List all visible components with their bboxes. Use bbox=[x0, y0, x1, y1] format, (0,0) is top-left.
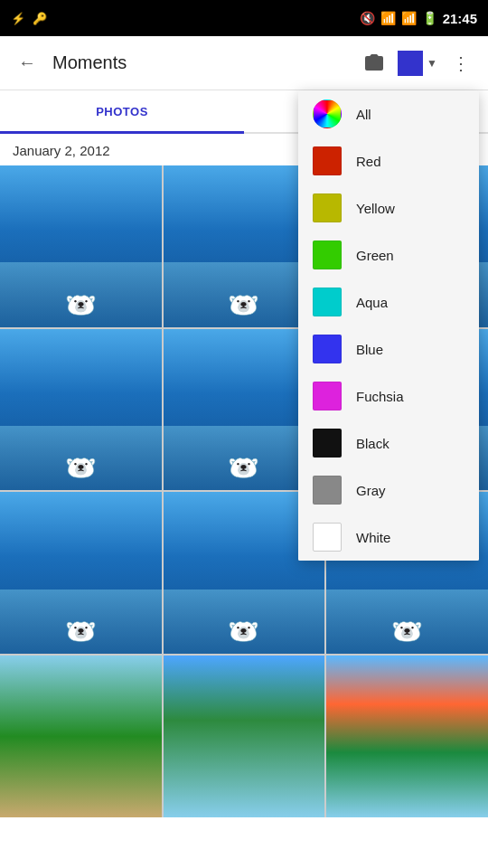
key-icon: 🔑 bbox=[33, 12, 47, 25]
color-option-gray[interactable]: Gray bbox=[298, 467, 479, 514]
usb-icon: ⚡ bbox=[11, 12, 25, 25]
color-label-aqua: Aqua bbox=[356, 295, 388, 310]
photo-cell[interactable] bbox=[326, 656, 488, 817]
color-option-blue[interactable]: Blue bbox=[298, 326, 479, 373]
color-swatch-all bbox=[313, 99, 342, 128]
color-swatch-gray bbox=[313, 476, 342, 505]
color-swatch-black bbox=[313, 429, 342, 458]
color-label-red: Red bbox=[356, 154, 381, 169]
color-option-yellow[interactable]: Yellow bbox=[298, 184, 479, 231]
color-filter-dropdown: All Red Yellow Green Aqua Blue Fuchsia B… bbox=[298, 90, 479, 561]
status-right-icons: 🔇 📶 📶 🔋 21:45 bbox=[360, 11, 477, 26]
color-label-black: Black bbox=[356, 436, 389, 451]
color-option-red[interactable]: Red bbox=[298, 137, 479, 184]
mute-icon: 🔇 bbox=[360, 11, 375, 25]
color-label-gray: Gray bbox=[356, 483, 386, 498]
battery-icon: 🔋 bbox=[422, 11, 437, 25]
photo-cell[interactable] bbox=[164, 656, 325, 817]
camera-button[interactable] bbox=[358, 47, 390, 80]
color-label-green: Green bbox=[356, 248, 394, 263]
color-swatch-white bbox=[313, 523, 342, 552]
toolbar: ← Moments ▼ ⋮ bbox=[0, 36, 488, 90]
status-left-icons: ⚡ 🔑 bbox=[11, 12, 47, 25]
color-swatch-fuchsia bbox=[313, 382, 342, 410]
color-option-fuchsia[interactable]: Fuchsia bbox=[298, 373, 479, 420]
color-option-white[interactable]: White bbox=[298, 514, 479, 561]
color-option-aqua[interactable]: Aqua bbox=[298, 278, 479, 326]
color-label-fuchsia: Fuchsia bbox=[356, 389, 404, 404]
color-swatch-aqua bbox=[313, 288, 342, 316]
color-option-all[interactable]: All bbox=[298, 90, 479, 137]
photo-cell[interactable] bbox=[0, 492, 162, 654]
photo-cell[interactable] bbox=[0, 165, 162, 327]
photo-cell[interactable] bbox=[0, 329, 162, 491]
status-time: 21:45 bbox=[443, 11, 477, 26]
more-icon: ⋮ bbox=[452, 52, 470, 74]
color-label-yellow: Yellow bbox=[356, 201, 395, 216]
color-swatch-red bbox=[313, 146, 342, 175]
color-label-all: All bbox=[356, 107, 371, 122]
signal-icon: 📶 bbox=[401, 11, 417, 25]
photo-cell[interactable] bbox=[0, 656, 162, 817]
page-title: Moments bbox=[52, 52, 349, 73]
more-options-button[interactable]: ⋮ bbox=[445, 47, 477, 80]
wifi-icon: 📶 bbox=[380, 11, 396, 25]
camera-icon bbox=[363, 52, 385, 74]
toolbar-action-icons: ▼ ⋮ bbox=[358, 47, 477, 80]
color-option-black[interactable]: Black bbox=[298, 420, 479, 467]
back-button[interactable]: ← bbox=[11, 47, 43, 80]
color-label-white: White bbox=[356, 530, 390, 545]
color-option-green[interactable]: Green bbox=[298, 231, 479, 278]
color-label-blue: Blue bbox=[356, 342, 383, 357]
active-color-swatch bbox=[398, 51, 423, 76]
color-swatch-yellow bbox=[313, 193, 342, 222]
tab-photos[interactable]: PHOTOS bbox=[0, 90, 244, 132]
back-icon: ← bbox=[18, 52, 36, 73]
status-bar: ⚡ 🔑 🔇 📶 📶 🔋 21:45 bbox=[0, 0, 488, 36]
chevron-down-icon: ▼ bbox=[427, 57, 437, 70]
color-swatch-blue bbox=[313, 335, 342, 363]
color-filter-button[interactable]: ▼ bbox=[398, 51, 437, 76]
color-swatch-green bbox=[313, 241, 342, 269]
